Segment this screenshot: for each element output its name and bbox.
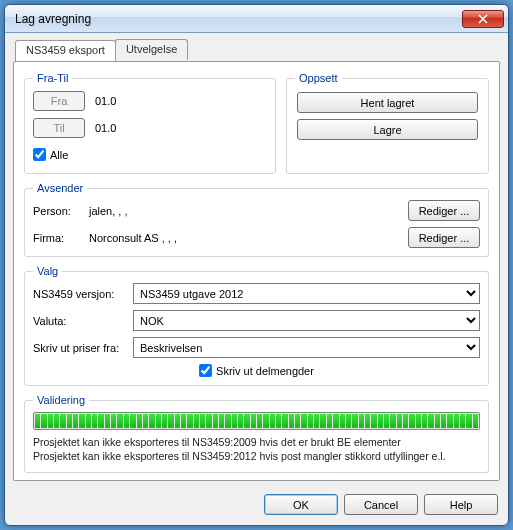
valuta-label: Valuta:: [33, 315, 133, 327]
alle-checkbox[interactable]: [33, 148, 46, 161]
fra-til-group: Fra-Til Fra 01.0 Til 01.0 Alle: [24, 72, 276, 174]
titlebar: Lag avregning: [5, 5, 508, 33]
dialog-window: Lag avregning NS3459 eksport Utvelgelse …: [4, 4, 509, 526]
tabstrip: NS3459 eksport Utvelgelse: [15, 39, 500, 60]
delmengder-label: Skriv ut delmengder: [216, 365, 314, 377]
valg-legend: Valg: [33, 265, 62, 277]
window-title: Lag avregning: [15, 12, 462, 26]
rediger-person-button[interactable]: Rediger ...: [408, 200, 480, 221]
priser-label: Skriv ut priser fra:: [33, 342, 133, 354]
oppsett-group: Oppsett Hent lagret Lagre: [286, 72, 489, 174]
delmengder-checkbox[interactable]: [199, 364, 212, 377]
rediger-firma-button[interactable]: Rediger ...: [408, 227, 480, 248]
person-label: Person:: [33, 205, 89, 217]
validering-progress: [33, 412, 480, 430]
hent-lagret-button[interactable]: Hent lagret: [297, 92, 478, 113]
validering-group: Validering Prosjektet kan ikke eksporter…: [24, 394, 489, 473]
avsender-legend: Avsender: [33, 182, 87, 194]
til-value: 01.0: [95, 122, 116, 134]
validering-msg-1: Prosjektet kan ikke eksporteres til NS34…: [33, 436, 480, 448]
firma-label: Firma:: [33, 232, 89, 244]
valg-group: Valg NS3459 versjon: NS3459 utgave 2012 …: [24, 265, 489, 386]
avsender-group: Avsender Person: jalen, , , Rediger ... …: [24, 182, 489, 257]
lagre-button[interactable]: Lagre: [297, 119, 478, 140]
cancel-button[interactable]: Cancel: [344, 494, 418, 515]
validering-legend: Validering: [33, 394, 89, 406]
valuta-select[interactable]: NOK: [133, 310, 480, 331]
ok-button[interactable]: OK: [264, 494, 338, 515]
tab-utvelgelse[interactable]: Utvelgelse: [115, 39, 188, 60]
versjon-label: NS3459 versjon:: [33, 288, 133, 300]
help-button[interactable]: Help: [424, 494, 498, 515]
client-area: NS3459 eksport Utvelgelse Fra-Til Fra 01…: [13, 39, 500, 517]
priser-select[interactable]: Beskrivelsen: [133, 337, 480, 358]
alle-label: Alle: [50, 149, 68, 161]
oppsett-legend: Oppsett: [295, 72, 342, 84]
close-button[interactable]: [462, 10, 504, 28]
tab-ns3459-eksport[interactable]: NS3459 eksport: [15, 40, 116, 61]
fra-value: 01.0: [95, 95, 116, 107]
til-button: Til: [33, 118, 85, 138]
dialog-buttons: OK Cancel Help: [264, 494, 498, 515]
firma-value: Norconsult AS , , ,: [89, 232, 408, 244]
close-icon: [478, 14, 488, 24]
validering-msg-2: Prosjektet kan ikke eksporteres til NS34…: [33, 450, 480, 462]
tabpage-ns3459: Fra-Til Fra 01.0 Til 01.0 Alle: [13, 61, 500, 481]
fra-til-legend: Fra-Til: [33, 72, 72, 84]
versjon-select[interactable]: NS3459 utgave 2012: [133, 283, 480, 304]
person-value: jalen, , ,: [89, 205, 408, 217]
fra-button: Fra: [33, 91, 85, 111]
